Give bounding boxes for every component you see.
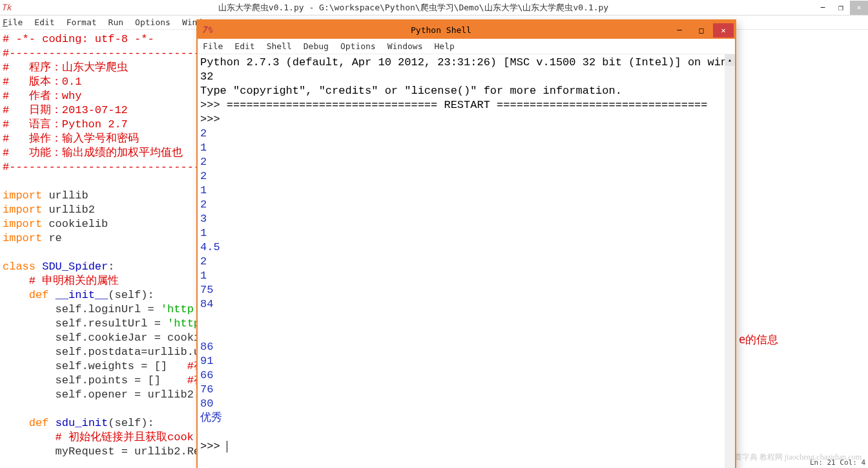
scroll-up-icon[interactable]: ▴ bbox=[725, 54, 735, 66]
menu-run[interactable]: Run bbox=[108, 17, 123, 27]
menu-options[interactable]: Options bbox=[135, 17, 170, 27]
shell-title: Python Shell bbox=[213, 25, 669, 35]
minimize-button[interactable]: ─ bbox=[669, 23, 690, 37]
editor-titlebar[interactable]: Tk 山东大学爬虫v0.1.py - G:\workspace\Python\爬… bbox=[0, 0, 868, 16]
tk-icon: 7% bbox=[198, 25, 213, 35]
menu-format[interactable]: Format bbox=[67, 17, 97, 27]
shell-text-area[interactable]: Python 2.7.3 (default, Apr 10 2012, 23:3… bbox=[198, 54, 735, 468]
menu-debug[interactable]: Debug bbox=[304, 41, 329, 51]
minimize-button[interactable]: ─ bbox=[814, 1, 832, 15]
menu-edit[interactable]: Edit bbox=[34, 17, 54, 27]
shell-titlebar[interactable]: 7% Python Shell ─ □ ✕ bbox=[198, 21, 735, 39]
menu-file[interactable]: File bbox=[203, 41, 223, 51]
menu-help[interactable]: Help bbox=[435, 41, 455, 51]
shell-scrollbar[interactable]: ▴ bbox=[725, 54, 735, 468]
menu-options[interactable]: Options bbox=[340, 41, 376, 51]
editor-window-controls: ─ ❐ ✕ bbox=[814, 1, 868, 15]
editor-title: 山东大学爬虫v0.1.py - G:\workspace\Python\爬虫学习… bbox=[13, 2, 814, 14]
maximize-button[interactable]: □ bbox=[691, 23, 712, 37]
menu-file[interactable]: File bbox=[3, 17, 23, 27]
maximize-button[interactable]: ❐ bbox=[832, 1, 850, 15]
tk-icon: Tk bbox=[0, 3, 13, 12]
menu-windows[interactable]: Windows bbox=[388, 41, 423, 51]
shell-menubar: File Edit Shell Debug Options Windows He… bbox=[198, 39, 735, 54]
shell-window-controls: ─ □ ✕ bbox=[669, 22, 735, 37]
cutoff-comment: e的信息 bbox=[739, 332, 778, 347]
menu-edit[interactable]: Edit bbox=[234, 41, 254, 51]
close-button[interactable]: ✕ bbox=[713, 23, 734, 37]
menu-shell[interactable]: Shell bbox=[267, 41, 292, 51]
close-button[interactable]: ✕ bbox=[850, 1, 868, 15]
cursor bbox=[227, 441, 227, 452]
shell-window: 7% Python Shell ─ □ ✕ File Edit Shell De… bbox=[196, 19, 736, 468]
